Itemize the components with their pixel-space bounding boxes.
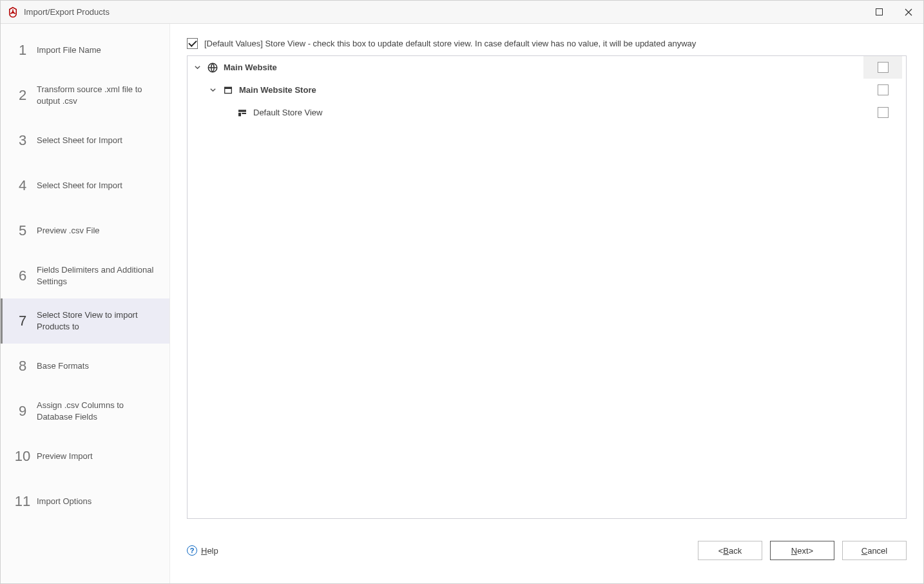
- step-number: 1: [12, 42, 33, 59]
- default-values-label: [Default Values] Store View - check this…: [204, 39, 696, 48]
- step-number: 7: [12, 313, 33, 329]
- step-number: 6: [12, 268, 33, 284]
- tree-node-label: Default Store View: [253, 108, 322, 117]
- wizard-steps-sidebar: 1 Import File Name 2 Transform source .x…: [1, 24, 170, 583]
- store-view-tree: Main Website Main Website Store: [187, 55, 907, 519]
- step-number: 5: [12, 222, 33, 239]
- window-icon: [222, 84, 234, 96]
- tree-node-label: Main Website: [224, 63, 277, 72]
- window-title: Import/Export Products: [24, 7, 110, 17]
- step-label: Fields Delimiters and Additional Setting…: [33, 264, 162, 287]
- wizard-step-4[interactable]: 4 Select Sheet for Import: [1, 163, 169, 208]
- step-label: Base Formats: [33, 360, 89, 372]
- help-icon: ?: [187, 545, 197, 556]
- step-label: Select Sheet for Import: [33, 180, 122, 191]
- svg-rect-1: [876, 9, 882, 15]
- globe-icon: [207, 62, 218, 73]
- wizard-step-10[interactable]: 10 Preview Import: [1, 434, 169, 479]
- window-maximize-button[interactable]: [864, 1, 894, 24]
- storefront-icon: [236, 107, 248, 119]
- tree-node-checkbox[interactable]: [878, 107, 889, 118]
- next-button[interactable]: Next >: [770, 541, 834, 560]
- wizard-content: [Default Values] Store View - check this…: [170, 24, 923, 583]
- wizard-step-2[interactable]: 2 Transform source .xml file to output .…: [1, 73, 169, 118]
- wizard-step-5[interactable]: 5 Preview .csv File: [1, 208, 169, 253]
- step-label: Select Store View to import Products to: [33, 309, 162, 332]
- tree-node-main-website[interactable]: Main Website: [188, 56, 906, 79]
- step-label: Preview .csv File: [33, 225, 100, 237]
- svg-rect-6: [238, 113, 241, 116]
- help-link[interactable]: ? Help: [187, 545, 218, 556]
- back-button[interactable]: < Back: [698, 541, 762, 560]
- step-label: Import File Name: [33, 44, 101, 56]
- wizard-step-8[interactable]: 8 Base Formats: [1, 344, 169, 389]
- wizard-step-11[interactable]: 11 Import Options: [1, 479, 169, 524]
- step-label: Preview Import: [33, 451, 93, 462]
- tree-node-label: Main Website Store: [239, 85, 316, 95]
- default-values-row: [Default Values] Store View - check this…: [187, 38, 907, 49]
- default-values-checkbox[interactable]: [187, 38, 198, 49]
- title-bar: Import/Export Products: [1, 1, 923, 24]
- help-label-first: H: [201, 546, 207, 556]
- window-close-button[interactable]: [894, 1, 923, 24]
- step-number: 4: [12, 177, 33, 194]
- svg-rect-5: [238, 110, 246, 112]
- wizard-step-6[interactable]: 6 Fields Delimiters and Additional Setti…: [1, 253, 169, 298]
- wizard-footer: ? Help < Back Next > Cancel: [187, 532, 907, 569]
- cancel-button[interactable]: Cancel: [842, 541, 907, 560]
- help-label-rest: elp: [207, 546, 218, 556]
- step-label: Transform source .xml file to output .cs…: [33, 84, 162, 106]
- tree-node-checkbox[interactable]: [878, 62, 889, 73]
- wizard-step-1[interactable]: 1 Import File Name: [1, 28, 169, 73]
- step-label: Select Sheet for Import: [33, 135, 122, 146]
- chevron-down-icon[interactable]: [193, 64, 202, 71]
- tree-node-default-store-view[interactable]: Default Store View: [188, 101, 906, 124]
- step-number: 2: [12, 87, 33, 104]
- chevron-down-icon[interactable]: [208, 86, 217, 93]
- step-number: 11: [12, 493, 33, 510]
- wizard-step-3[interactable]: 3 Select Sheet for Import: [1, 118, 169, 163]
- back-prefix: <: [718, 546, 724, 556]
- wizard-step-7[interactable]: 7 Select Store View to import Products t…: [1, 298, 169, 344]
- wizard-window: Import/Export Products 1 Import File Nam…: [0, 0, 924, 584]
- step-number: 10: [12, 448, 33, 465]
- wizard-step-9[interactable]: 9 Assign .csv Columns to Database Fields: [1, 389, 169, 434]
- app-icon: [7, 6, 19, 18]
- step-label: Assign .csv Columns to Database Fields: [33, 400, 162, 422]
- step-number: 8: [12, 358, 33, 375]
- svg-rect-4: [225, 89, 231, 93]
- step-label: Import Options: [33, 496, 91, 507]
- step-number: 9: [12, 403, 33, 420]
- tree-node-checkbox[interactable]: [878, 84, 889, 95]
- svg-rect-7: [242, 113, 246, 114]
- step-number: 3: [12, 132, 33, 149]
- next-suffix: >: [809, 546, 814, 556]
- tree-node-main-website-store[interactable]: Main Website Store: [188, 79, 906, 101]
